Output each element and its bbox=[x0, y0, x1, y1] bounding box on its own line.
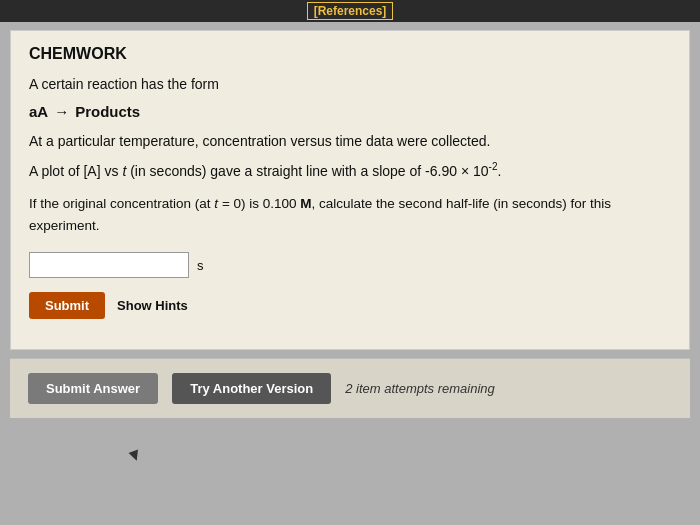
reaction-right: Products bbox=[75, 103, 140, 120]
intro-text: A certain reaction has the form bbox=[29, 73, 671, 97]
reaction-left: aA bbox=[29, 103, 48, 120]
cursor-area bbox=[130, 451, 140, 465]
references-link[interactable]: [References] bbox=[307, 2, 394, 20]
show-hints-button[interactable]: Show Hints bbox=[117, 298, 188, 313]
answer-input[interactable] bbox=[29, 252, 189, 278]
submit-answer-button[interactable]: Submit Answer bbox=[28, 373, 158, 404]
reaction-arrow: → bbox=[54, 103, 69, 120]
main-panel: CHEMWORK A certain reaction has the form… bbox=[10, 30, 690, 350]
attempts-remaining-text: 2 item attempts remaining bbox=[345, 381, 495, 396]
top-bar: [References] bbox=[0, 0, 700, 22]
reaction-line: aA → Products bbox=[29, 103, 671, 120]
try-another-version-button[interactable]: Try Another Version bbox=[172, 373, 331, 404]
cursor-arrow-icon bbox=[129, 450, 142, 463]
button-row: Submit Show Hints bbox=[29, 292, 671, 319]
question-text: If the original concentration (at t = 0)… bbox=[29, 193, 671, 236]
paragraph1-line1: At a particular temperature, concentrati… bbox=[29, 130, 671, 154]
unit-label: s bbox=[197, 258, 204, 273]
chemwork-title: CHEMWORK bbox=[29, 45, 671, 63]
references-label: [References] bbox=[314, 4, 387, 18]
submit-button[interactable]: Submit bbox=[29, 292, 105, 319]
input-row: s bbox=[29, 252, 671, 278]
paragraph1-line2: A plot of [A] vs t (in seconds) gave a s… bbox=[29, 158, 671, 183]
bottom-panel: Submit Answer Try Another Version 2 item… bbox=[10, 358, 690, 418]
